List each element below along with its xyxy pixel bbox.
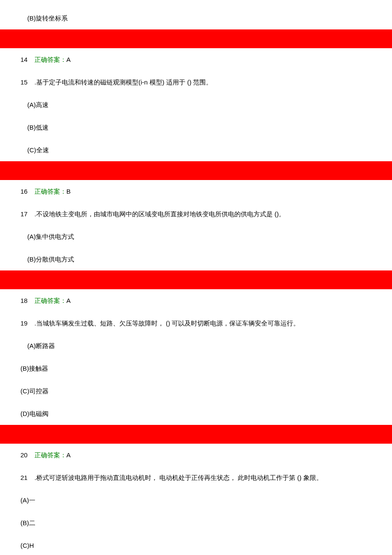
- q19-question: 19 .当城轨车辆发生过载、短路、欠压等故障时， () 可以及时切断电源，保证车…: [20, 319, 372, 328]
- q19-option-a: (A)断路器: [20, 341, 372, 350]
- q21-text: .桥式可逆斩波电路用于拖动直流电动机时， 电动机处于正传再生状态， 此时电动机工…: [35, 474, 323, 481]
- q14-answer-line: 14 正确答案：A: [20, 55, 372, 64]
- q15-red-bar: [0, 161, 392, 180]
- q15-num: 15: [20, 78, 28, 87]
- q17-answer-line: 18 正确答案：A: [20, 296, 372, 305]
- q17-answer-value: A: [66, 297, 71, 304]
- q15-question: 15 .基于定子电流和转速的磁链观测模型(i-n 模型) 适用于 () 范围。: [20, 78, 372, 87]
- q15-text: .基于定子电流和转速的磁链观测模型(i-n 模型) 适用于 () 范围。: [35, 78, 213, 86]
- q17-question: 17 .不设地铁主变电所，由城市电网中的区域变电所直接对地铁变电所供电的供电方式…: [20, 209, 372, 218]
- q19-num: 19: [20, 319, 28, 328]
- q21-question: 21 .桥式可逆斩波电路用于拖动直流电动机时， 电动机处于正传再生状态， 此时电…: [20, 473, 372, 482]
- q19-answer-label: 正确答案：: [35, 451, 66, 459]
- q15-option-b: (B)低速: [20, 123, 372, 132]
- q15-answer-num: 16: [20, 188, 28, 195]
- q19-answer-num: 20: [20, 451, 28, 459]
- q15-answer-label: 正确答案：: [35, 188, 66, 195]
- q14-answer-num: 14: [20, 56, 28, 63]
- q19-answer-line: 20 正确答案：A: [20, 450, 372, 459]
- q21-option-a: (A)一: [20, 496, 372, 505]
- q15-answer-value: B: [66, 188, 71, 195]
- q17-num: 17: [20, 209, 28, 218]
- q17-option-a: (A)集中供电方式: [20, 232, 372, 241]
- q17-red-bar: [0, 270, 392, 289]
- q19-text: .当城轨车辆发生过载、短路、欠压等故障时， () 可以及时切断电源，保证车辆安全…: [35, 320, 300, 327]
- q17-option-b: (B)分散供电方式: [20, 255, 372, 264]
- q14-red-bar: [0, 29, 392, 48]
- q19-answer-value: A: [66, 451, 71, 459]
- q15-option-a: (A)高速: [20, 100, 372, 109]
- q21-option-c: (C)H: [20, 541, 372, 550]
- q19-red-bar: [0, 425, 392, 444]
- q14-answer-label: 正确答案：: [35, 56, 66, 63]
- q21-num: 21: [20, 473, 28, 482]
- q14-option-b: (B)旋转坐标系: [20, 14, 372, 23]
- q21-option-b: (B)二: [20, 518, 372, 527]
- q15-answer-line: 16 正确答案：B: [20, 187, 372, 196]
- q17-answer-label: 正确答案：: [35, 297, 66, 304]
- q17-answer-num: 18: [20, 297, 28, 304]
- q14-answer-value: A: [66, 56, 71, 63]
- q19-option-c: (C)司控器: [20, 386, 372, 395]
- q19-option-d: (D)电磁阀: [20, 409, 372, 418]
- q17-text: .不设地铁主变电所，由城市电网中的区域变电所直接对地铁变电所供电的供电方式是 (…: [35, 210, 285, 218]
- q15-option-c: (C)全速: [20, 145, 372, 154]
- q19-option-b: (B)接触器: [20, 364, 372, 373]
